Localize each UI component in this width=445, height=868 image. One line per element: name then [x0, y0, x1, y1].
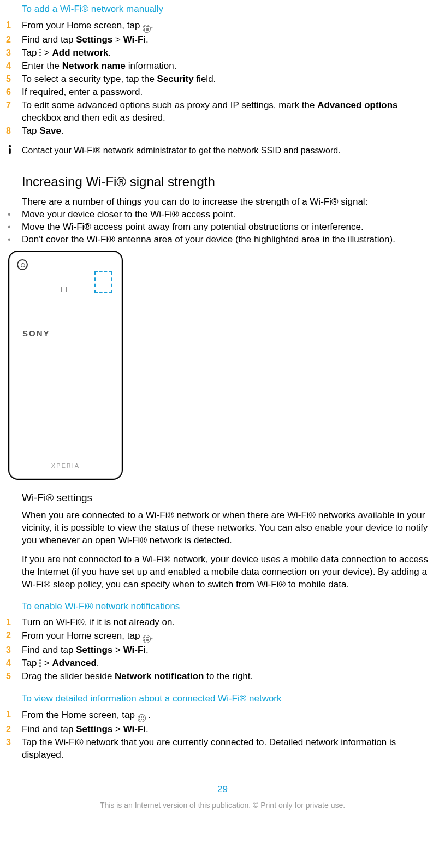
note-row: Contact your Wi-Fi® network administrato…	[5, 145, 440, 157]
step-number: 2	[5, 34, 22, 46]
text: field.	[194, 74, 216, 84]
text: Find and tap	[22, 645, 76, 655]
apps-grid-icon	[143, 629, 151, 643]
text: Drag the slider beside	[22, 671, 115, 681]
bold-text: Settings	[76, 34, 112, 45]
step-text: Tap the Wi-Fi® network that you are curr…	[22, 736, 440, 762]
step-number: 7	[5, 99, 22, 111]
text: To select a security type, tap the	[22, 74, 157, 84]
section-title-wifi-settings: Wi-Fi® settings	[22, 491, 440, 505]
step-number: 5	[5, 670, 22, 682]
step-row: 2 Find and tap Settings > Wi-Fi.	[5, 34, 440, 46]
step-row: 1 From the Home screen, tap .	[5, 709, 440, 723]
step-number: 3	[5, 47, 22, 59]
bullet-row: • Don't cover the Wi-Fi® antenna area of…	[5, 234, 440, 246]
text: .	[151, 20, 153, 31]
note-icon	[5, 145, 22, 156]
text: >	[112, 645, 123, 655]
step-text: To select a security type, tap the Secur…	[22, 73, 440, 86]
bullet-text: Don't cover the Wi-Fi® antenna area of y…	[22, 234, 440, 246]
bullet-icon: •	[5, 221, 22, 233]
text: .	[61, 126, 64, 136]
step-row: 7 To edit some advanced options such as …	[5, 99, 440, 124]
step-text: Tap > Add network.	[22, 47, 440, 60]
bold-text: Add network	[52, 47, 109, 58]
page-number: 29	[5, 783, 440, 796]
bullet-text: Move the Wi-Fi® access point away from a…	[22, 221, 440, 234]
body-text: There are a number of things you can do …	[22, 196, 440, 209]
step-text: Find and tap Settings > Wi-Fi.	[22, 644, 440, 657]
step-text: From your Home screen, tap .	[22, 629, 440, 644]
step-row: 6 If required, enter a password.	[5, 86, 440, 99]
step-number: 8	[5, 125, 22, 137]
bold-text: Security	[157, 74, 194, 84]
step-number: 1	[5, 709, 22, 721]
text: information.	[126, 61, 177, 71]
text: >	[41, 658, 52, 668]
step-row: 1 From your Home screen, tap .	[5, 19, 440, 33]
step-number: 3	[5, 644, 22, 656]
step-number: 4	[5, 657, 22, 669]
camera-icon	[17, 259, 28, 270]
text: Find and tap	[22, 34, 76, 45]
antenna-highlight	[94, 271, 112, 293]
text: From your Home screen, tap	[22, 631, 143, 641]
bullet-row: • Move your device closer to the Wi-Fi® …	[5, 209, 440, 221]
nfc-icon	[61, 287, 67, 292]
text: .	[146, 34, 149, 45]
more-vert-icon	[39, 46, 41, 59]
text: Tap	[22, 126, 39, 136]
step-number: 2	[5, 629, 22, 641]
bold-text: Network name	[62, 61, 126, 71]
text: From the Home screen, tap	[22, 710, 138, 721]
text: >	[41, 47, 52, 58]
body-text: If you are not connected to a Wi-Fi® net…	[22, 554, 440, 591]
step-text: If required, enter a password.	[22, 86, 440, 99]
text: Tap	[22, 658, 39, 668]
disclaimer-text: This is an Internet version of this publ…	[5, 800, 440, 811]
text: To edit some advanced options such as pr…	[22, 100, 317, 110]
step-text: Tap > Advanced.	[22, 657, 440, 670]
text: Find and tap	[22, 724, 76, 734]
text: >	[112, 724, 123, 734]
xperia-logo: XPERIA	[9, 462, 122, 470]
note-text: Contact your Wi-Fi® network administrato…	[22, 145, 440, 157]
step-text: To edit some advanced options such as pr…	[22, 99, 440, 124]
step-row: 5 Drag the slider beside Network notific…	[5, 670, 440, 683]
step-row: 3 Find and tap Settings > Wi-Fi.	[5, 644, 440, 657]
sony-logo: SONY	[22, 328, 50, 339]
body-text: When you are connected to a Wi-Fi® netwo…	[22, 509, 440, 547]
step-number: 1	[5, 616, 22, 628]
text: .	[151, 631, 153, 641]
bold-text: Network notification	[115, 671, 204, 681]
text: >	[112, 34, 123, 45]
text: .	[146, 724, 149, 734]
text: From your Home screen, tap	[22, 20, 143, 31]
apps-grid-icon	[138, 708, 146, 722]
step-row: 2 From your Home screen, tap .	[5, 629, 440, 644]
step-number: 4	[5, 60, 22, 72]
step-row: 3 Tap the Wi-Fi® network that you are cu…	[5, 736, 440, 762]
bold-text: Advanced options	[317, 100, 397, 110]
bullet-icon: •	[5, 234, 22, 246]
task-title-view-details: To view detailed information about a con…	[22, 693, 440, 705]
step-row: 5 To select a security type, tap the Sec…	[5, 73, 440, 86]
text: Enter the	[22, 61, 62, 71]
svg-rect-1	[9, 148, 11, 154]
svg-point-0	[9, 145, 11, 147]
device-illustration: SONY XPERIA	[8, 251, 123, 480]
step-text: Find and tap Settings > Wi-Fi.	[22, 34, 440, 46]
step-text: Turn on Wi-Fi®, if it is not already on.	[22, 616, 440, 629]
bullet-text: Move your device closer to the Wi-Fi® ac…	[22, 209, 440, 221]
task-title-add-wifi: To add a Wi-Fi® network manually	[22, 3, 440, 16]
step-text: Enter the Network name information.	[22, 60, 440, 73]
text: .	[146, 710, 151, 721]
bold-text: Wi-Fi	[123, 724, 146, 734]
more-vert-icon	[39, 657, 41, 669]
bold-text: Wi-Fi	[123, 645, 146, 655]
step-text: From your Home screen, tap .	[22, 19, 440, 33]
step-number: 2	[5, 723, 22, 735]
step-number: 1	[5, 19, 22, 31]
step-row: 3 Tap > Add network.	[5, 47, 440, 60]
step-text: Drag the slider beside Network notificat…	[22, 670, 440, 683]
